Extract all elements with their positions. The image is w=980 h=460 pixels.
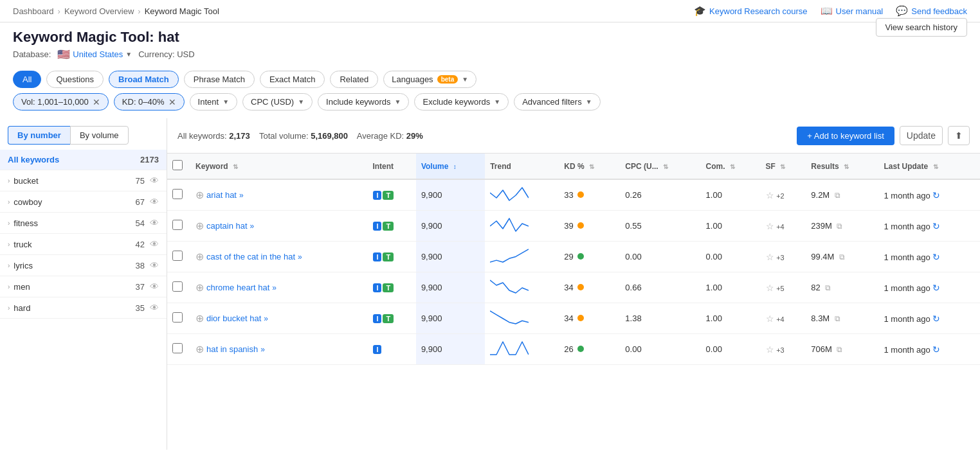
sf-count: +4 [776, 223, 785, 231]
keyword-column-header[interactable]: Keyword ⇅ [190, 154, 367, 179]
eye-icon[interactable]: 👁 [150, 239, 159, 249]
tab-broad-match[interactable]: Broad Match [109, 71, 179, 88]
user-manual-link[interactable]: 📖 User manual [821, 5, 884, 17]
keyword-link[interactable]: ⊕ cast of the cat in the hat » [195, 251, 362, 263]
sidebar-item[interactable]: › men 37 👁 [0, 276, 167, 297]
update-button[interactable]: Update [900, 126, 943, 145]
breadcrumb-dashboard[interactable]: Dashboard [13, 6, 54, 16]
keyword-link[interactable]: ⊕ chrome heart hat » [195, 281, 362, 294]
results-cell: 8.3M ⧉ [806, 303, 878, 334]
select-all-checkbox[interactable] [172, 160, 183, 170]
remove-kd-filter[interactable]: ✕ [168, 98, 176, 107]
last-update-column-header[interactable]: Last Update ⇅ [878, 154, 980, 179]
results-cell: 706M ⧉ [806, 334, 878, 365]
book-icon: 📖 [821, 5, 833, 17]
advanced-filters-dropdown[interactable]: Advanced filters ▼ [514, 93, 600, 111]
sidebar-item[interactable]: › bucket 75 👁 [0, 170, 167, 191]
eye-icon[interactable]: 👁 [150, 281, 159, 292]
cpc-column-header[interactable]: CPC (U... ⇅ [620, 154, 700, 179]
tab-phrase-match[interactable]: Phrase Match [184, 71, 255, 88]
include-keywords-dropdown[interactable]: Include keywords ▼ [318, 93, 409, 111]
cpc-dropdown[interactable]: CPC (USD) ▼ [242, 93, 313, 111]
kd-filter-tag: KD: 0–40% ✕ [114, 93, 185, 111]
sidebar-item[interactable]: › fitness 54 👁 [0, 213, 167, 234]
keyword-cell: ⊕ captain hat » [190, 211, 367, 242]
results-icon: ⧉ [839, 252, 845, 261]
keyword-text: captain hat [206, 221, 248, 231]
tab-exact-match[interactable]: Exact Match [260, 71, 325, 88]
row-checkbox[interactable] [172, 312, 183, 323]
volume-column-header[interactable]: Volume ↕ [416, 154, 485, 179]
sidebar-item-label: cowboy [14, 197, 42, 207]
kd-column-header[interactable]: KD % ⇅ [559, 154, 620, 179]
eye-icon[interactable]: 👁 [150, 197, 159, 207]
intent-column-header[interactable]: Intent [367, 154, 415, 179]
keyword-link[interactable]: ⊕ captain hat » [195, 220, 362, 232]
tab-related[interactable]: Related [330, 71, 378, 88]
intent-badge-t: T [383, 222, 394, 231]
row-checkbox[interactable] [172, 220, 183, 230]
keyword-link[interactable]: ⊕ dior bucket hat » [195, 312, 362, 324]
table-row: ⊕ captain hat » IT 9,900 39 0.55 1.00 ☆ … [167, 211, 980, 242]
cpc-cell: 0.00 [620, 334, 700, 365]
cpc-cell: 0.66 [620, 272, 700, 303]
refresh-icon[interactable]: ↻ [932, 314, 940, 324]
eye-icon[interactable]: 👁 [150, 303, 159, 313]
intent-badge-i: I [373, 345, 381, 354]
results-column-header[interactable]: Results ⇅ [806, 154, 878, 179]
sidebar-item[interactable]: › lyrics 38 👁 [0, 255, 167, 276]
breadcrumb-keyword-overview[interactable]: Keyword Overview [64, 6, 134, 16]
remove-vol-filter[interactable]: ✕ [93, 98, 100, 107]
kd-cell: 39 [559, 211, 620, 242]
export-button[interactable]: ⬆ [948, 126, 970, 145]
keyword-link[interactable]: ⊕ ariat hat » [195, 189, 362, 201]
eye-icon[interactable]: 👁 [150, 218, 159, 228]
expand-icon: › [8, 262, 10, 269]
sidebar-all-keywords[interactable]: All keywords 2173 [0, 150, 167, 170]
sidebar-item[interactable]: › cowboy 67 👁 [0, 191, 167, 213]
view-search-history-button[interactable]: View search history [876, 18, 967, 37]
kd-dot [577, 222, 584, 229]
database-link[interactable]: 🇺🇸 United States ▼ [57, 48, 132, 60]
row-checkbox[interactable] [172, 189, 183, 199]
research-course-link[interactable]: 🎓 Keyword Research course [694, 5, 807, 17]
keyword-arrow-icon: » [250, 222, 255, 231]
eye-icon[interactable]: 👁 [150, 175, 159, 186]
intent-badge-t: T [383, 252, 394, 261]
intent-badge-i: I [373, 283, 381, 292]
sidebar-item[interactable]: › truck 42 👁 [0, 234, 167, 255]
sf-column-header[interactable]: SF ⇅ [761, 154, 806, 179]
sidebar-item-label: hard [14, 303, 30, 313]
sort-icon: ⇅ [844, 163, 849, 170]
row-checkbox[interactable] [172, 281, 183, 292]
by-volume-button[interactable]: By volume [70, 126, 129, 145]
keyword-link[interactable]: ⊕ hat in spanish » [195, 343, 362, 355]
tab-questions[interactable]: Questions [46, 71, 104, 88]
refresh-icon[interactable]: ↻ [932, 221, 940, 231]
languages-dropdown[interactable]: Languages beta ▼ [383, 71, 476, 88]
active-filter-row: Vol: 1,001–10,000 ✕ KD: 0–40% ✕ Intent ▼… [0, 93, 980, 118]
tab-all[interactable]: All [13, 71, 41, 88]
refresh-icon[interactable]: ↻ [932, 252, 940, 262]
sidebar-item[interactable]: › hard 35 👁 [0, 297, 167, 319]
refresh-icon[interactable]: ↻ [932, 344, 940, 355]
row-checkbox[interactable] [172, 343, 183, 353]
content-actions: + Add to keyword list Update ⬆ [797, 126, 970, 145]
results-icon: ⧉ [837, 345, 842, 354]
row-checkbox[interactable] [172, 251, 183, 261]
add-to-keyword-list-button[interactable]: + Add to keyword list [797, 127, 894, 145]
by-number-button[interactable]: By number [8, 126, 70, 145]
intent-dropdown[interactable]: Intent ▼ [190, 93, 237, 111]
table-body: ⊕ ariat hat » IT 9,900 33 0.26 1.00 ☆ +2… [167, 179, 980, 365]
com-column-header[interactable]: Com. ⇅ [701, 154, 761, 179]
exclude-keywords-dropdown[interactable]: Exclude keywords ▼ [414, 93, 509, 111]
keyword-cell: ⊕ hat in spanish » [190, 334, 367, 365]
refresh-icon[interactable]: ↻ [932, 283, 940, 293]
cpc-cell: 0.26 [620, 179, 700, 211]
eye-icon[interactable]: 👁 [150, 260, 159, 270]
refresh-icon[interactable]: ↻ [932, 190, 940, 200]
send-feedback-link[interactable]: 💬 Send feedback [896, 5, 967, 17]
sort-icon: ⇅ [730, 163, 735, 170]
trend-column-header[interactable]: Trend [485, 154, 559, 179]
graduation-icon: 🎓 [694, 5, 706, 17]
